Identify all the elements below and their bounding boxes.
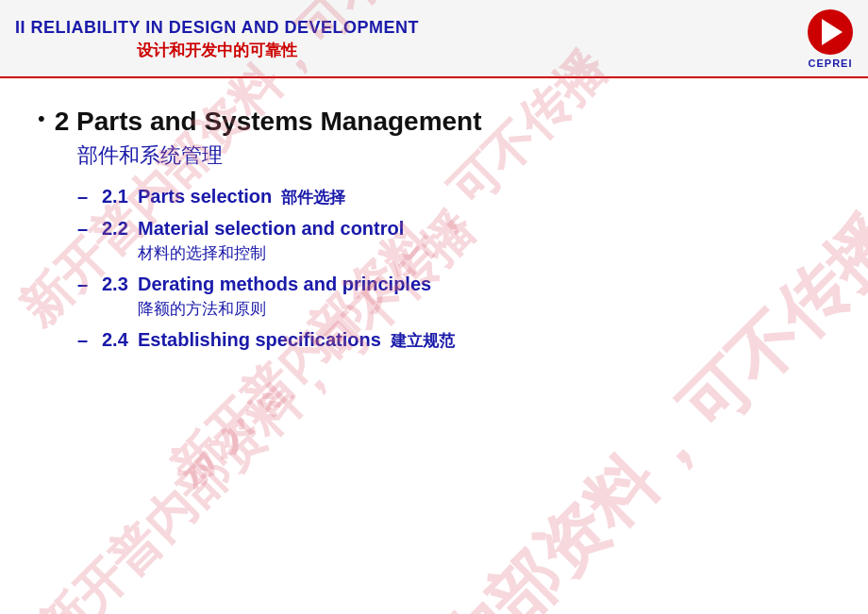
number-2-2: 2.2 <box>102 215 138 241</box>
content-2-2: Material selection and control 材料的选择和控制 <box>138 215 830 265</box>
main-bullet-item: • 2 Parts and Systems Management <box>38 105 830 138</box>
number-2-1: 2.1 <box>102 183 138 209</box>
header-title-en: II RELIABILITY IN DESIGN AND DEVELOPMENT <box>15 18 419 38</box>
en-2-4: Establishing specifications 建立规范 <box>138 326 830 353</box>
en-2-1: Parts selection 部件选择 <box>138 183 830 209</box>
en-2-3: Derating methods and principles <box>138 271 830 297</box>
en-text-2-3: Derating methods and principles <box>138 271 431 297</box>
header-title-zh: 设计和开发中的可靠性 <box>15 40 419 61</box>
content-area: • 2 Parts and Systems Management 部件和系统管理… <box>0 78 868 377</box>
dash-2-2: – <box>77 215 94 241</box>
zh-inline-2-4: 建立规范 <box>391 330 455 353</box>
zh-2-2: 材料的选择和控制 <box>138 242 830 265</box>
en-text-2-2: Material selection and control <box>138 215 404 241</box>
dash-2-3: – <box>77 271 94 297</box>
sub-items-list: – 2.1 Parts selection 部件选择 – 2.2 Materia… <box>77 183 830 353</box>
main-title-zh: 部件和系统管理 <box>77 141 830 170</box>
zh-inline-2-1: 部件选择 <box>281 187 345 209</box>
logo-label: CEPREI <box>809 58 853 69</box>
content-2-3: Derating methods and principles 降额的方法和原则 <box>138 271 830 321</box>
content-2-1: Parts selection 部件选择 <box>138 183 830 209</box>
zh-2-3: 降额的方法和原则 <box>138 298 830 321</box>
number-2-3: 2.3 <box>102 271 138 297</box>
sub-item-2-3: – 2.3 Derating methods and principles 降额… <box>77 271 830 321</box>
logo: CEPREI <box>808 9 853 69</box>
en-text-2-1: Parts selection <box>138 183 272 209</box>
header-titles: II RELIABILITY IN DESIGN AND DEVELOPMENT… <box>15 18 419 61</box>
en-text-2-4: Establishing specifications <box>138 326 381 353</box>
dash-2-1: – <box>77 183 94 209</box>
bullet-icon: • <box>38 107 45 131</box>
sub-item-2-1: – 2.1 Parts selection 部件选择 <box>77 183 830 209</box>
en-2-2: Material selection and control <box>138 215 830 241</box>
dash-2-4: – <box>77 326 94 353</box>
logo-circle <box>808 9 853 55</box>
sub-item-2-2: – 2.2 Material selection and control 材料的… <box>77 215 830 265</box>
sub-item-2-4: – 2.4 Establishing specifications 建立规范 <box>77 326 830 353</box>
logo-arrow-icon <box>822 19 843 45</box>
header: II RELIABILITY IN DESIGN AND DEVELOPMENT… <box>0 0 868 78</box>
number-2-4: 2.4 <box>102 326 138 353</box>
content-2-4: Establishing specifications 建立规范 <box>138 326 830 353</box>
main-title: 2 Parts and Systems Management <box>55 105 482 138</box>
